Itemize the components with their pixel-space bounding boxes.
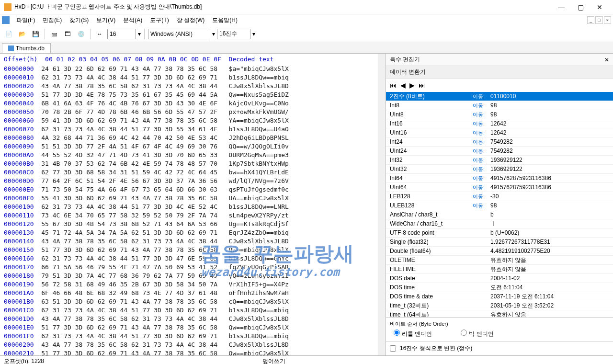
close-panel-icon[interactable]: ✕: [604, 57, 609, 63]
open-icon[interactable]: 📂: [16, 28, 28, 40]
hex-row[interactable]: 00000140 43 4A 77 38 78 35 6C 58 62 31 7…: [4, 237, 382, 246]
data-type-row[interactable]: Int64이동:4915762875923116386: [386, 174, 613, 183]
data-type-row[interactable]: 2진수 (8비트)이동:01100010: [386, 92, 613, 101]
menu-item[interactable]: 편집(E): [39, 16, 66, 24]
bytes-per-row-input[interactable]: [107, 29, 136, 39]
dropdown-arrow-icon[interactable]: ▾: [138, 31, 141, 37]
menu-item[interactable]: 도구(T): [146, 16, 172, 24]
ram-icon[interactable]: 🗔: [62, 28, 73, 40]
goto-link[interactable]: 이동:: [473, 202, 488, 209]
hex-row[interactable]: 000001A0 6F 46 66 48 6E 68 32 49 68 73 4…: [4, 289, 382, 297]
little-endian-radio[interactable]: 리틀 엔디언: [394, 330, 432, 338]
hex-row[interactable]: 00000060 59 41 3D 3D 6D 62 69 71 43 4A 7…: [4, 116, 382, 125]
hex-row[interactable]: 00000120 55 67 3D 3D 4B 54 73 38 6B 52 7…: [4, 220, 382, 228]
hex-row[interactable]: 000000A0 44 55 52 4D 32 47 71 4D 73 41 3…: [4, 151, 382, 159]
hex-row[interactable]: 00000040 6B 41 6A 63 4F 76 4C 4B 76 67 3…: [4, 99, 382, 108]
new-icon[interactable]: 📄: [3, 28, 14, 40]
data-type-row[interactable]: UInt8이동:98: [386, 110, 613, 119]
hex-row[interactable]: 000001D0 43 4A 77 38 78 35 6C 58 62 31 7…: [4, 315, 382, 323]
hex-row[interactable]: 000000E0 71 73 50 54 75 4A 66 4F 67 73 6…: [4, 185, 382, 194]
hex-row[interactable]: 00000090 51 51 3D 3D 77 2F 4A 51 4F 67 4…: [4, 142, 382, 151]
maximize-button[interactable]: ▢: [571, 0, 590, 14]
data-type-row[interactable]: Int24이동:7549282: [386, 137, 613, 147]
menu-item[interactable]: 찾기(S): [66, 16, 92, 24]
next-icon[interactable]: ▶: [409, 81, 415, 89]
mdi-max-icon[interactable]: □: [595, 16, 602, 24]
close-button[interactable]: ✕: [590, 0, 609, 14]
data-type-row[interactable]: Double (float64)4.48219191002775E20: [386, 247, 613, 256]
menu-item[interactable]: 분석(A): [119, 16, 146, 24]
menu-item[interactable]: 파일(F): [12, 16, 39, 24]
data-type-row[interactable]: OLETIME유효하지 않음: [386, 256, 613, 265]
hex-row[interactable]: 000000D0 77 64 2F 6C 51 54 2F 4E 56 67 3…: [4, 177, 382, 185]
hex-row[interactable]: 00000100 62 31 73 73 4A 4C 38 44 51 77 3…: [4, 203, 382, 211]
hex-row[interactable]: 000000C0 62 77 3D 3D 68 58 34 31 51 59 4…: [4, 168, 382, 177]
goto-link[interactable]: 이동:: [473, 148, 488, 155]
dropdown-arrow-icon[interactable]: ▾: [212, 31, 215, 37]
disk-icon[interactable]: 💿: [75, 28, 87, 40]
hex-row[interactable]: 00000020 43 4A 77 38 78 35 6C 58 62 31 7…: [4, 82, 382, 91]
hex-row[interactable]: 00000080 4A 32 68 44 71 36 69 4C 42 44 7…: [4, 134, 382, 142]
data-type-row[interactable]: WideChar / char16_tㅣ: [386, 219, 613, 228]
data-type-row[interactable]: DOS date2004-11-02: [386, 274, 613, 283]
first-icon[interactable]: ⏮: [390, 81, 397, 89]
hex-row[interactable]: 00000210 51 77 3D 3D 6D 62 69 71 43 4A 7…: [4, 349, 382, 355]
goto-link[interactable]: 이동:: [473, 138, 488, 146]
hex-editor[interactable]: Offset(h) 00 01 02 03 04 05 06 07 08 09 …: [0, 54, 386, 355]
hex-row[interactable]: 00000150 51 77 3D 3D 6D 62 69 71 43 4A 7…: [4, 246, 382, 254]
mdi-min-icon[interactable]: _: [587, 16, 594, 24]
drive-icon[interactable]: 🖴: [48, 28, 60, 40]
hex-row[interactable]: 00000190 56 72 58 31 68 49 46 35 2B 67 3…: [4, 280, 382, 289]
hex-row[interactable]: 00000070 62 31 73 73 4A 4C 38 44 51 77 3…: [4, 125, 382, 134]
data-type-row[interactable]: UInt64이동:4915762875923116386: [386, 183, 613, 192]
minimize-button[interactable]: —: [552, 0, 571, 14]
refresh-icon[interactable]: ↔: [94, 28, 105, 40]
goto-link[interactable]: 이동:: [473, 175, 488, 182]
goto-link[interactable]: 이동:: [473, 157, 488, 164]
data-type-row[interactable]: UTF-8 code pointb (U+0062): [386, 228, 613, 238]
hex-row[interactable]: 00000180 79 51 3D 3D 7A 4C 77 68 36 79 6…: [4, 272, 382, 280]
data-type-row[interactable]: time_t (64비트)유효하지 않음: [386, 310, 613, 317]
data-type-row[interactable]: Int32이동:1936929122: [386, 156, 613, 165]
hex-row[interactable]: 00000130 45 71 72 4A 5A 34 7A 5A 62 51 3…: [4, 228, 382, 237]
hex-row[interactable]: 00000160 62 31 73 73 4A 4C 38 44 51 77 3…: [4, 254, 382, 263]
hex-row[interactable]: 00000200 43 4A 77 38 78 35 6C 58 62 31 7…: [4, 341, 382, 349]
radix-select[interactable]: [217, 29, 250, 39]
data-type-row[interactable]: FILETIME유효하지 않음: [386, 265, 613, 274]
hex-row[interactable]: 00000050 70 78 2B 6F 77 4D 78 6B 46 6B 5…: [4, 108, 382, 116]
goto-link[interactable]: 이동:: [473, 111, 488, 118]
big-endian-radio[interactable]: 빅 엔디언: [461, 330, 493, 338]
hex-row[interactable]: 000000B0 31 4B 70 37 53 62 74 6B 42 4E 5…: [4, 159, 382, 168]
mdi-close-icon[interactable]: ×: [604, 16, 611, 24]
vertical-scrollbar[interactable]: [378, 54, 386, 355]
data-type-row[interactable]: UInt32이동:1936929122: [386, 165, 613, 174]
goto-link[interactable]: 이동:: [473, 93, 488, 100]
menu-item[interactable]: 창 설정(W): [173, 16, 209, 24]
data-type-row[interactable]: Single (float32)1.92677267311778E31: [386, 238, 613, 247]
data-type-row[interactable]: ULEB128이동:98: [386, 201, 613, 210]
hex-row[interactable]: 000001E0 51 77 3D 3D 6D 62 69 71 43 4A 7…: [4, 323, 382, 332]
data-type-row[interactable]: AnsiChar / char8_tb: [386, 210, 613, 219]
data-type-row[interactable]: Int8이동:98: [386, 101, 613, 110]
data-type-row[interactable]: DOS time & date2037-11-19 오전 6:11:04: [386, 292, 613, 301]
hex-row[interactable]: 000001C0 62 31 73 73 4A 4C 38 44 51 77 3…: [4, 306, 382, 315]
hex-row[interactable]: 00000000 24 61 3D 22 6D 62 69 71 43 4A 7…: [4, 65, 382, 73]
hex-row[interactable]: 000000F0 55 41 3D 3D 6D 62 69 71 43 4A 7…: [4, 194, 382, 203]
hex-row[interactable]: 00000170 66 71 5A 56 46 79 55 4F 71 47 7…: [4, 263, 382, 272]
goto-link[interactable]: 이동:: [473, 166, 488, 173]
prev-icon[interactable]: ◀: [400, 81, 406, 89]
data-type-row[interactable]: UInt24이동:7549282: [386, 147, 613, 156]
save-icon[interactable]: 💾: [30, 28, 41, 40]
data-type-row[interactable]: UInt16이동:12642: [386, 128, 613, 137]
menu-item[interactable]: 보기(V): [92, 16, 119, 24]
data-type-row[interactable]: LEB128이동:-30: [386, 192, 613, 201]
hex-row[interactable]: 000001F0 62 31 73 73 4A 4C 38 44 51 77 3…: [4, 332, 382, 341]
hex-int-checkbox[interactable]: 16진수 형식으로 변환 (정수): [386, 341, 613, 355]
data-type-row[interactable]: Int16이동:12642: [386, 119, 613, 128]
goto-link[interactable]: 이동:: [473, 102, 488, 109]
goto-link[interactable]: 이동:: [473, 120, 488, 127]
hex-row[interactable]: 00000030 51 77 3D 3D 4E 78 75 73 35 61 6…: [4, 91, 382, 99]
dropdown-arrow-icon[interactable]: ▾: [252, 31, 255, 37]
data-type-row[interactable]: time_t (32비트)2031-05-19 오전 3:52:02: [386, 301, 613, 310]
goto-link[interactable]: 이동:: [473, 193, 488, 200]
